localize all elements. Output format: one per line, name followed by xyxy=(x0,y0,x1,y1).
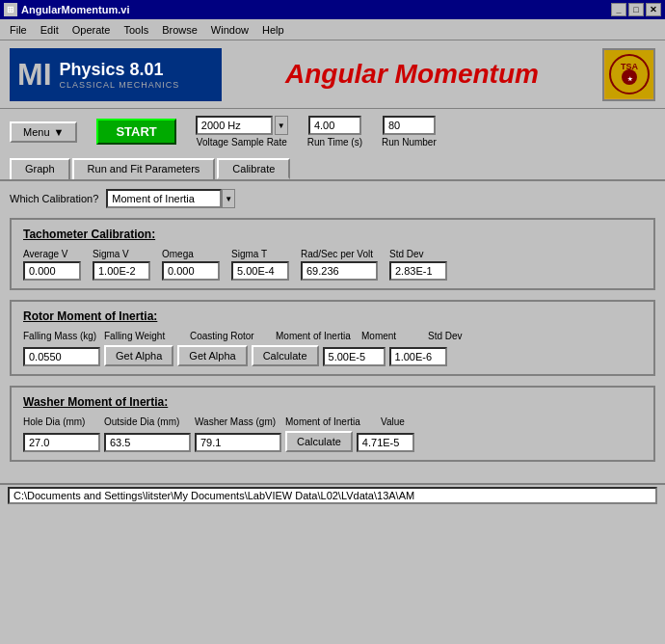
rotor-section: Rotor Moment of Inertia: Falling Mass (k… xyxy=(10,300,655,376)
rotor-momentinertia-label: Moment of Inertia xyxy=(276,331,358,341)
minimize-button[interactable]: _ xyxy=(611,3,626,16)
voltage-field: 2000 Hz xyxy=(196,116,273,135)
logo: MI Physics 8.01 CLASSICAL MECHANICS xyxy=(10,48,222,101)
title-bar: ⊞ AngularMomentum.vi _ □ ✕ xyxy=(0,0,665,19)
tachometer-sigmat-label: Sigma T xyxy=(231,249,289,259)
tachometer-avgv-field[interactable]: 0.000 xyxy=(23,261,81,281)
tachometer-radpervolt-col: Rad/Sec per Volt 69.236 xyxy=(301,249,378,281)
washer-fields-row: 27.0 63.5 79.1 Calculate 4.71E-5 xyxy=(23,431,642,452)
tachometer-sigmat-field[interactable]: 5.00E-4 xyxy=(231,261,289,281)
menu-browse[interactable]: Browse xyxy=(156,22,203,38)
rotor-fallingweight-label: Falling Weight xyxy=(104,331,186,341)
tab-graph[interactable]: Graph xyxy=(10,158,70,179)
run-number-label: Run Number xyxy=(382,137,437,148)
washer-holedia-label: Hole Dia (mm) xyxy=(23,416,100,427)
status-bar: C:\Documents and Settings\litster\My Doc… xyxy=(0,483,665,506)
logo-mi: MI xyxy=(17,59,52,90)
menu-help[interactable]: Help xyxy=(256,22,290,38)
calibration-select-arrow[interactable]: ▼ xyxy=(222,189,235,208)
washer-mass-field[interactable]: 79.1 xyxy=(195,433,281,452)
washer-outsidedia-label: Outside Dia (mm) xyxy=(104,416,191,427)
washer-labels-row: Hole Dia (mm) Outside Dia (mm) Washer Ma… xyxy=(23,416,642,427)
menu-tools[interactable]: Tools xyxy=(118,22,154,38)
rotor-fallingmass-label: Falling Mass (kg) xyxy=(23,331,100,341)
main-content: Which Calibration? Moment of Inertia ▼ T… xyxy=(0,179,665,479)
tachometer-stddev-col: Std Dev 2.83E-1 xyxy=(389,249,447,281)
menu-operate[interactable]: Operate xyxy=(66,22,117,38)
menu-file[interactable]: File xyxy=(4,22,33,38)
tab-run-fit-parameters[interactable]: Run and Fit Parameters xyxy=(72,158,216,179)
rotor-get-alpha-btn2[interactable]: Get Alpha xyxy=(177,345,247,366)
which-calibration-label: Which Calibration? xyxy=(10,193,98,204)
maximize-button[interactable]: □ xyxy=(628,3,644,16)
voltage-dropdown-arrow[interactable]: ▼ xyxy=(275,116,288,135)
tachometer-labels-row: Average V 0.000 Sigma V 1.00E-2 Omega 0.… xyxy=(23,249,642,281)
window-title: AngularMomentum.vi xyxy=(21,4,129,15)
menu-edit[interactable]: Edit xyxy=(35,22,65,38)
washer-outsidedia-field[interactable]: 63.5 xyxy=(104,433,191,452)
tachometer-stddev-label: Std Dev xyxy=(389,249,447,259)
tachometer-sigmav-field[interactable]: 1.00E-2 xyxy=(93,261,150,281)
run-number-field[interactable]: 80 xyxy=(383,116,436,135)
washer-value-label: Value xyxy=(381,416,439,427)
status-path: C:\Documents and Settings\litster\My Doc… xyxy=(8,487,657,504)
run-time-group: 4.00 Run Time (s) xyxy=(307,116,362,148)
tachometer-sigmav-label: Sigma V xyxy=(93,249,150,259)
rotor-labels-row: Falling Mass (kg) Falling Weight Coastin… xyxy=(23,331,642,341)
toolbar: Menu ▼ START 2000 Hz ▼ Voltage Sample Ra… xyxy=(0,108,665,154)
tab-calibrate[interactable]: Calibrate xyxy=(217,158,290,179)
tsa-badge: TSA ★ xyxy=(602,48,655,101)
voltage-label: Voltage Sample Rate xyxy=(197,137,287,148)
window-controls: _ □ ✕ xyxy=(611,3,661,16)
rotor-moment-label: Moment xyxy=(361,331,424,341)
rotor-fields-row: 0.0550 Get Alpha Get Alpha Calculate 5.0… xyxy=(23,345,642,366)
tachometer-omega-label: Omega xyxy=(162,249,220,259)
rotor-coastingrotor-label: Coasting Rotor xyxy=(190,331,272,341)
tachometer-stddev-field[interactable]: 2.83E-1 xyxy=(389,261,447,281)
washer-section: Washer Moment of Inertia: Hole Dia (mm) … xyxy=(10,386,655,462)
run-number-group: 80 Run Number xyxy=(382,116,437,148)
washer-holedia-field[interactable]: 27.0 xyxy=(23,433,100,452)
logo-physics: Physics 8.01 xyxy=(60,60,180,80)
washer-momentinertia-label: Moment of Inertia xyxy=(285,416,377,427)
rotor-title: Rotor Moment of Inertia: xyxy=(23,309,642,323)
run-time-field[interactable]: 4.00 xyxy=(308,116,361,135)
calibration-selector: Which Calibration? Moment of Inertia ▼ xyxy=(10,189,655,208)
tachometer-avgv-label: Average V xyxy=(23,249,81,259)
tachometer-sigmav-col: Sigma V 1.00E-2 xyxy=(93,249,150,281)
rotor-stddev-field[interactable]: 1.00E-6 xyxy=(389,347,447,366)
run-time-label: Run Time (s) xyxy=(307,137,362,148)
rotor-moment-field[interactable]: 5.00E-5 xyxy=(323,347,386,366)
menu-button[interactable]: Menu ▼ xyxy=(10,121,77,143)
logo-sub: CLASSICAL MECHANICS xyxy=(60,80,180,90)
menu-bar: File Edit Operate Tools Browse Window He… xyxy=(0,19,665,40)
menu-dropdown-arrow: ▼ xyxy=(54,126,65,138)
close-button[interactable]: ✕ xyxy=(646,3,661,16)
rotor-stddev-label: Std Dev xyxy=(428,331,486,341)
start-button[interactable]: START xyxy=(96,119,175,145)
washer-title: Washer Moment of Inertia: xyxy=(23,395,642,409)
washer-calculate-btn[interactable]: Calculate xyxy=(285,431,353,452)
header: MI Physics 8.01 CLASSICAL MECHANICS Angu… xyxy=(0,40,665,108)
voltage-sample-group: 2000 Hz ▼ Voltage Sample Rate xyxy=(196,116,288,148)
menu-window[interactable]: Window xyxy=(205,22,254,38)
washer-value-field[interactable]: 4.71E-5 xyxy=(357,433,414,452)
tachometer-radpervolt-label: Rad/Sec per Volt xyxy=(301,249,378,259)
tachometer-sigmat-col: Sigma T 5.00E-4 xyxy=(231,249,289,281)
tachometer-radpervolt-field[interactable]: 69.236 xyxy=(301,261,378,281)
tachometer-omega-col: Omega 0.000 xyxy=(162,249,220,281)
rotor-fallingmass-field[interactable]: 0.0550 xyxy=(23,347,100,366)
window-icon: ⊞ xyxy=(4,3,17,16)
rotor-get-alpha-btn1[interactable]: Get Alpha xyxy=(104,345,173,366)
app-title: Angular Momentum xyxy=(231,59,593,90)
calibration-select-box: Moment of Inertia ▼ xyxy=(106,189,235,208)
tachometer-omega-field[interactable]: 0.000 xyxy=(162,261,220,281)
calibration-select[interactable]: Moment of Inertia xyxy=(106,189,222,208)
washer-mass-label: Washer Mass (gm) xyxy=(195,416,281,427)
tachometer-avgv-col: Average V 0.000 xyxy=(23,249,81,281)
tachometer-section: Tachometer Calibration: Average V 0.000 … xyxy=(10,218,655,290)
tachometer-title: Tachometer Calibration: xyxy=(23,228,642,241)
rotor-calculate-btn[interactable]: Calculate xyxy=(252,345,319,366)
tabs-bar: Graph Run and Fit Parameters Calibrate xyxy=(0,154,665,179)
